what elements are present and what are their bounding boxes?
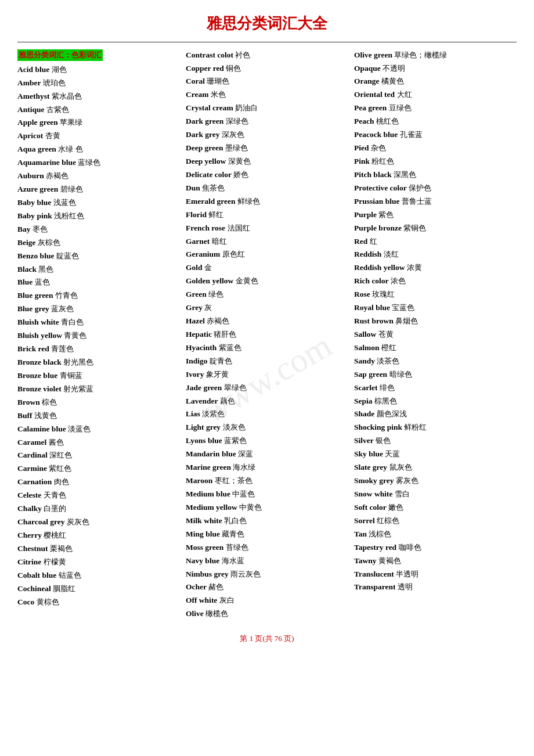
entry-chinese: 大红 [397, 90, 412, 99]
entry-chinese: 苍黄 [378, 330, 394, 339]
entry-chinese: 中蓝色 [232, 489, 255, 498]
list-item: Chalky 白垩的 [17, 503, 180, 515]
entry-chinese: 绿色 [208, 290, 223, 298]
list-item: Dun 焦茶色 [186, 182, 348, 195]
list-item: Coco 黄棕色 [17, 596, 180, 609]
entry-chinese: 靛蓝色 [56, 251, 79, 260]
entry-chinese: 宝蓝色 [392, 303, 414, 312]
entry-english: Sepia [354, 397, 374, 405]
entry-chinese: 鼻烟色 [395, 316, 418, 325]
entry-chinese: 藏青色 [222, 530, 244, 538]
entry-chinese: 金 [204, 263, 212, 272]
entry-english: Cardinal [17, 451, 49, 459]
entry-english: Cochineal [17, 584, 53, 593]
list-item: Celeste 天青色 [17, 489, 180, 502]
entry-english: Scarlet [354, 383, 380, 392]
entry-english: Opaque [354, 64, 383, 73]
list-item: Cherry 樱桃红 [17, 530, 180, 542]
entry-english: Silver [354, 436, 376, 445]
list-item: Soft color 嫩色 [354, 502, 517, 514]
list-item: Scarlet 绯色 [354, 382, 517, 394]
list-item: Amber 琥珀色 [17, 77, 180, 89]
entry-chinese: 竹青色 [55, 291, 78, 300]
divider [17, 42, 517, 42]
list-item: Brick red 青莲色 [17, 343, 180, 355]
entry-chinese: 钴蓝色 [59, 571, 81, 579]
entry-english: Auburn [17, 171, 46, 180]
entry-chinese: 青莲色 [51, 344, 74, 353]
list-item: Contrast colot 衬色 [186, 49, 348, 62]
list-item: Crystal cream 奶油白 [186, 102, 348, 114]
entry-english: Pitch black [354, 170, 394, 179]
entry-english: Baby pink [17, 211, 54, 220]
entry-english: Citrine [17, 557, 44, 566]
entry-english: Dark grey [186, 130, 222, 139]
list-item: Medium yellow 中黄色 [186, 502, 348, 514]
entry-english: Oriental ted [354, 90, 397, 99]
entry-english: Indigo [186, 357, 210, 365]
col1-entries: Acid blue 湖色Amber 琥珀色Amethyst 紫水晶色Antiqu… [17, 64, 180, 609]
entry-chinese: 红 [370, 237, 377, 246]
entry-chinese: 衬色 [235, 51, 250, 59]
entry-chinese: 淡灰色 [223, 423, 246, 431]
entry-english: Acid blue [17, 65, 52, 74]
entry-english: Bay [17, 225, 33, 233]
entry-english: Purple bronze [354, 224, 403, 232]
entry-chinese: 黄棕色 [37, 597, 59, 606]
entry-english: Peacock blue [354, 130, 400, 139]
entry-chinese: 深灰色 [222, 130, 244, 139]
list-item: Bronze blue 青铜蓝 [17, 370, 180, 382]
list-item: Bluish yellow 青黄色 [17, 330, 180, 342]
list-item: Antique 古紫色 [17, 104, 180, 116]
list-item: Maroon 枣红；茶色 [186, 475, 348, 487]
entry-chinese: 淡紫色 [202, 409, 225, 418]
entry-english: Tawny [354, 556, 378, 565]
list-item: Bluish white 青白色 [17, 316, 180, 329]
entry-english: Chalky [17, 504, 44, 513]
list-item: Indigo 靛青色 [186, 355, 348, 368]
entry-english: Sandy [354, 357, 377, 365]
entry-english: Hepatic [186, 330, 214, 339]
entry-english: Bluish yellow [17, 331, 64, 340]
footer: 第 1 页(共 76 页) [17, 633, 517, 645]
entry-chinese: 半透明 [396, 570, 418, 578]
entry-chinese: 雾灰色 [396, 476, 418, 485]
entry-english: Aqua green [17, 145, 58, 153]
section-header: 雅思分类词汇：色彩词汇 [17, 49, 103, 61]
entry-chinese: 透明 [398, 582, 413, 591]
entry-english: Delicate color [186, 170, 233, 179]
entry-chinese: 孔雀蓝 [400, 130, 423, 139]
entry-english: French rose [186, 224, 228, 232]
list-item: Grey 灰 [186, 302, 348, 314]
page-title: 雅思分类词汇大全 [17, 12, 517, 36]
list-item: Nimbus grey 雨云灰色 [186, 568, 348, 581]
entry-english: Tan [354, 530, 369, 538]
list-item: Opaque 不透明 [354, 63, 517, 75]
entry-chinese: 绯色 [380, 383, 395, 392]
entry-english: Marine green [186, 463, 233, 471]
entry-english: Benzo blue [17, 251, 56, 260]
entry-english: Coral [186, 77, 207, 85]
list-item: Lyons blue 蓝紫色 [186, 435, 348, 447]
entry-english: Lyons blue [186, 436, 224, 445]
entry-english: Ming blue [186, 530, 222, 538]
entry-chinese: 豆绿色 [389, 103, 412, 112]
list-item: Aqua green 水绿 色 [17, 143, 180, 156]
entry-english: Ivory [186, 370, 206, 379]
list-item: Sepia 棕黑色 [354, 395, 517, 408]
entry-chinese: 深红色 [49, 451, 72, 459]
entry-english: Off white [186, 596, 219, 604]
list-item: Shade 颜色深浅 [354, 408, 517, 420]
entry-english: Cobalt blue [17, 571, 59, 579]
list-item: Acid blue 湖色 [17, 64, 180, 76]
entry-chinese: 赭色 [208, 582, 223, 591]
entry-chinese: 射光黑色 [63, 358, 93, 366]
list-item: Pink 粉红色 [354, 156, 517, 168]
list-item: Oriental ted 大红 [354, 89, 517, 101]
list-item: Gold 金 [186, 262, 348, 274]
entry-chinese: 娇色 [233, 170, 248, 179]
entry-chinese: 银色 [376, 436, 391, 445]
list-item: Sorrel 红棕色 [354, 515, 517, 527]
entry-english: Snow white [354, 489, 395, 498]
entry-chinese: 紫铜色 [403, 224, 426, 232]
